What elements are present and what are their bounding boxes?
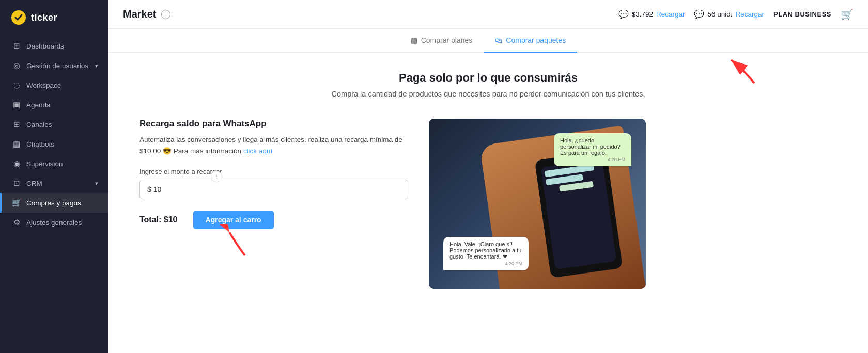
sidebar-collapse-button[interactable]: ‹ (211, 171, 222, 182)
user-management-icon: ◎ (12, 61, 21, 70)
sidebar-item-agenda[interactable]: ▣ Agenda (0, 95, 109, 115)
whatsapp-amount: $3.792 (632, 10, 653, 18)
bubble1-time: 4:20 PM (560, 157, 625, 162)
sidebar-label-canales: Canales (26, 121, 98, 129)
ticker-logo-icon (10, 9, 27, 26)
topbar-left: Market i (123, 8, 171, 20)
info-icon[interactable]: i (161, 10, 171, 19)
sidebar-item-workspace[interactable]: ◌ Workspace (0, 75, 109, 95)
tab-planes-label: Comprar planes (421, 36, 473, 44)
units-recharge-link[interactable]: Recargar (736, 10, 765, 18)
total-row: Total: $10 Agregar al carro (140, 211, 408, 229)
dashboards-icon: ⊞ (12, 41, 21, 51)
product-section: Recarga saldo para WhatsApp Automatiza l… (109, 108, 868, 304)
sidebar-label-agenda: Agenda (26, 101, 98, 109)
supervision-icon: ◉ (12, 159, 21, 168)
sidebar-item-canales[interactable]: ⊞ Canales (0, 115, 109, 134)
chatbots-icon: ▤ (12, 139, 21, 149)
paquetes-tab-icon: 🛍 (495, 36, 502, 44)
agenda-icon: ▣ (12, 100, 21, 109)
hero-title: Paga solo por lo que consumirás (123, 71, 854, 85)
page-title: Market (123, 8, 156, 20)
sidebar-nav: ⊞ Dashboards ◎ Gestión de usuarios ▾ ◌ W… (0, 33, 109, 353)
sidebar-label-workspace: Workspace (26, 82, 98, 89)
add-to-cart-container: Agregar al carro (193, 211, 274, 229)
units-icon: 💬 (694, 9, 704, 19)
product-title: Recarga saldo para WhatsApp (140, 119, 408, 129)
ajustes-icon: ⚙ (12, 218, 21, 227)
sidebar-label-crm: CRM (26, 180, 90, 187)
product-details: Recarga saldo para WhatsApp Automatiza l… (140, 119, 408, 229)
chat-bubble-incoming: Hola, ¿puedo personalizar mi pedido? Es … (554, 133, 631, 166)
chevron-down-icon: ▾ (95, 62, 98, 69)
whatsapp-recharge-link[interactable]: Recargar (656, 10, 685, 18)
sidebar-label-chatbots: Chatbots (26, 140, 98, 148)
arrow-button-indicator (219, 224, 255, 260)
crm-chevron-icon: ▾ (95, 180, 98, 187)
input-label: Ingrese el monto a recargar (140, 168, 408, 175)
tab-paquetes-label: Comprar paquetes (506, 36, 566, 44)
sidebar: ticker ⊞ Dashboards ◎ Gestión de usuario… (0, 0, 109, 353)
sidebar-item-ajustes[interactable]: ⚙ Ajustes generales (0, 213, 109, 232)
sidebar-item-dashboards[interactable]: ⊞ Dashboards (0, 36, 109, 56)
total-amount: $10 (164, 215, 178, 224)
total-label: Total: (140, 215, 161, 224)
plan-badge: PLAN BUSINESS (773, 10, 831, 18)
bubble1-text: Hola, ¿puedo personalizar mi pedido? Es … (560, 137, 625, 156)
sidebar-item-compras[interactable]: 🛒 Compras y pagos (0, 193, 109, 213)
units-count: 56 unid. (707, 10, 732, 18)
canales-icon: ⊞ (12, 120, 21, 129)
bubble2-time: 4:20 PM (450, 261, 522, 266)
tab-comprar-paquetes[interactable]: 🛍 Comprar paquetes (484, 29, 577, 53)
sidebar-item-supervision[interactable]: ◉ Supervisión (0, 154, 109, 173)
logo-text: ticker (31, 12, 57, 23)
bubble2-text: Hola, Vale. ¡Claro que sí! Podemos perso… (450, 241, 522, 260)
total-text: Total: $10 (140, 215, 178, 224)
crm-icon: ⊡ (12, 179, 21, 188)
sidebar-label-user-management: Gestión de usuarios (26, 62, 90, 70)
add-to-cart-button[interactable]: Agregar al carro (193, 211, 274, 229)
cart-icon[interactable]: 🛒 (841, 8, 854, 21)
whatsapp-icon: 💬 (618, 9, 629, 19)
sidebar-label-dashboards: Dashboards (26, 42, 98, 50)
image-background: Hola, ¿puedo personalizar mi pedido? Es … (429, 119, 646, 289)
content-area: ▤ Comprar planes 🛍 Comprar paquetes Paga (109, 29, 868, 353)
topbar: Market i 💬 $3.792 Recargar 💬 56 unid. Re… (109, 0, 868, 29)
hero-subtitle: Compra la cantidad de productos que nece… (328, 90, 648, 98)
main-area: Market i 💬 $3.792 Recargar 💬 56 unid. Re… (109, 0, 868, 353)
tabs-bar: ▤ Comprar planes 🛍 Comprar paquetes (109, 29, 868, 53)
sidebar-item-chatbots[interactable]: ▤ Chatbots (0, 134, 109, 154)
sidebar-label-compras: Compras y pagos (26, 199, 98, 207)
compras-icon: 🛒 (12, 198, 21, 207)
product-image: Hola, ¿puedo personalizar mi pedido? Es … (429, 119, 646, 289)
tab-comprar-planes[interactable]: ▤ Comprar planes (399, 29, 484, 53)
workspace-icon: ◌ (12, 81, 21, 90)
amount-input[interactable] (140, 180, 408, 199)
sidebar-label-ajustes: Ajustes generales (26, 219, 98, 227)
hero-section: Paga solo por lo que consumirás Compra l… (109, 53, 868, 108)
topbar-right: 💬 $3.792 Recargar 💬 56 unid. Recargar PL… (618, 8, 854, 21)
logo-area: ticker (0, 0, 109, 33)
sidebar-item-user-management[interactable]: ◎ Gestión de usuarios ▾ (0, 56, 109, 75)
units-balance: 💬 56 unid. Recargar (694, 9, 764, 19)
planes-tab-icon: ▤ (411, 36, 417, 44)
sidebar-item-crm[interactable]: ⊡ CRM ▾ (0, 173, 109, 193)
phone-screen (541, 159, 617, 270)
sidebar-label-supervision: Supervisión (26, 160, 98, 168)
product-description: Automatiza las conversaciones y llega a … (140, 134, 408, 156)
whatsapp-balance: 💬 $3.792 Recargar (618, 9, 685, 19)
chat-bubble-outgoing: Hola, Vale. ¡Claro que sí! Podemos perso… (443, 237, 529, 270)
product-link[interactable]: click aquí (243, 147, 272, 155)
